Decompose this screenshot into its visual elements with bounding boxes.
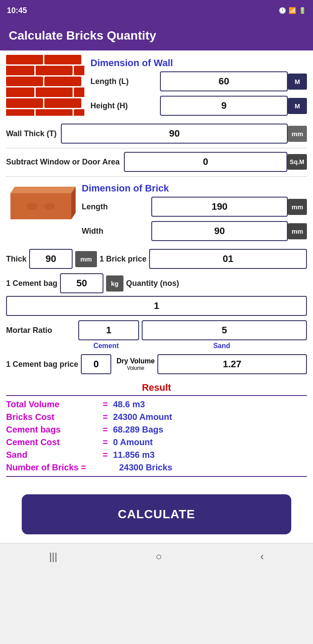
result-row-1: Bricks Cost = 24300 Amount	[6, 412, 307, 422]
svg-rect-7	[6, 87, 34, 97]
result-value-5: 24300 Bricks	[119, 463, 172, 473]
svg-rect-3	[36, 66, 73, 75]
qty-label: Quantity (nos)	[126, 279, 179, 288]
brick-length-unit: mm	[288, 199, 307, 215]
cement-bag-unit: kg	[106, 275, 123, 292]
result-row-5: Number of Bricks = 24300 Bricks	[6, 463, 307, 473]
result-equals-2: =	[97, 425, 113, 435]
result-label-1: Bricks Cost	[6, 412, 97, 422]
brick-price-input[interactable]	[149, 249, 307, 269]
wall-thick-row: Wall Thick (T) mm	[6, 124, 307, 144]
svg-rect-5	[6, 77, 43, 86]
brick-thick-unit: mm	[75, 251, 97, 267]
wall-thick-input[interactable]	[61, 124, 288, 144]
result-label-3: Cement Cost	[6, 437, 97, 447]
result-value-1: 24300 Amount	[113, 412, 172, 422]
result-label-2: Cement bags	[6, 425, 97, 435]
brick-thick-input[interactable]	[29, 249, 73, 269]
wall-image	[6, 55, 84, 116]
wall-section-title: Dimension of Wall	[90, 55, 307, 71]
main-content: Dimension of Wall Length (L) M Height (H…	[0, 50, 313, 481]
length-row: Length (L) M	[90, 71, 307, 91]
thick-unit: mm	[288, 126, 307, 142]
status-bar: 10:45 🕐 📶 🔋	[0, 0, 313, 21]
page-header: Calculate Bricks Quantity	[0, 21, 313, 50]
svg-rect-11	[44, 98, 81, 108]
height-unit: M	[288, 98, 307, 114]
subtract-unit: Sq.M	[287, 154, 307, 170]
mortar-row: Mortar Ratio	[6, 320, 307, 340]
result-label-0: Total Volume	[6, 399, 97, 409]
dimension-wall-fields: Dimension of Wall Length (L) M Height (H…	[90, 55, 307, 120]
brick-dimension-fields: Dimension of Brick Length mm Width mm	[82, 180, 307, 245]
dry-volume-text: Dry Volume	[117, 357, 155, 365]
nav-home-icon[interactable]: ○	[156, 550, 162, 563]
time: 10:45	[7, 6, 27, 15]
cement-label: Cement	[76, 342, 137, 350]
svg-point-19	[44, 203, 55, 210]
result-row-2: Cement bags = 68.289 Bags	[6, 425, 307, 435]
calculate-button[interactable]: CALCULATE	[22, 494, 291, 534]
svg-rect-1	[44, 55, 81, 64]
subtract-input[interactable]	[124, 152, 287, 172]
mortar-cement-input[interactable]	[78, 320, 139, 340]
signal-icon: 📶	[289, 7, 296, 14]
mortar-sand-input[interactable]	[142, 320, 307, 340]
result-value-0: 48.6 m3	[113, 399, 145, 409]
cement-bag-label: 1 Cement bag	[6, 279, 57, 288]
wall-section: Dimension of Wall Length (L) M Height (H…	[6, 55, 307, 120]
nav-menu-icon[interactable]: |||	[49, 550, 57, 563]
svg-rect-13	[36, 109, 73, 116]
nav-back-icon[interactable]: ‹	[260, 550, 264, 563]
svg-rect-14	[74, 109, 84, 116]
result-label-5: Number of Bricks =	[6, 463, 119, 473]
svg-rect-12	[6, 109, 34, 116]
result-value-4: 11.856 m3	[113, 450, 155, 460]
cement-bag-input[interactable]	[60, 273, 103, 293]
svg-marker-15	[10, 193, 71, 219]
svg-rect-10	[6, 98, 43, 108]
dry-volume-label: Dry Volume Volume	[117, 357, 155, 371]
svg-rect-4	[74, 66, 84, 75]
svg-marker-16	[10, 187, 76, 193]
thick-price-row: Thick mm 1 Brick price	[6, 249, 307, 269]
mortar-labels: Cement Sand	[6, 342, 307, 350]
svg-rect-9	[74, 87, 84, 97]
sand-label: Sand	[137, 342, 307, 350]
brick-length-input[interactable]	[151, 197, 288, 217]
brick-length-label: Length	[82, 202, 151, 211]
result-section: Result Total Volume = 48.6 m3 Bricks Cos…	[6, 379, 307, 477]
result-title: Result	[6, 379, 307, 395]
brick-price-label: 1 Brick price	[100, 255, 147, 264]
subtract-row: Subtract Window or Door Area Sq.M	[6, 152, 307, 172]
dry-volume-input[interactable]	[157, 354, 307, 374]
alarm-icon: 🕐	[279, 7, 286, 14]
nav-bar: ||| ○ ‹	[0, 543, 313, 570]
brick-width-row: Width mm	[82, 221, 307, 241]
thick-label: Wall Thick (T)	[6, 129, 61, 138]
height-label: Height (H)	[90, 101, 160, 111]
length-label: Length (L)	[90, 77, 160, 86]
length-unit: M	[288, 74, 307, 90]
height-row: Height (H) M	[90, 96, 307, 116]
height-input[interactable]	[160, 96, 288, 116]
svg-rect-0	[6, 55, 43, 64]
result-row-4: Sand = 11.856 m3	[6, 450, 307, 460]
brick-width-label: Width	[82, 227, 151, 236]
length-input[interactable]	[160, 71, 288, 91]
cement-bag-row: 1 Cement bag kg Quantity (nos)	[6, 273, 307, 316]
result-row-3: Cement Cost = 0 Amount	[6, 437, 307, 447]
cement-price-input[interactable]	[81, 354, 111, 374]
result-value-2: 68.289 Bags	[113, 425, 163, 435]
result-label-4: Sand	[6, 450, 97, 460]
result-bottom-divider	[6, 476, 307, 477]
thick-row-label: Thick	[6, 255, 27, 264]
result-top-divider	[6, 395, 307, 396]
page-title: Calculate Bricks Quantity	[9, 29, 156, 42]
brick-width-input[interactable]	[151, 221, 288, 241]
volume-sub: Volume	[127, 365, 144, 371]
result-value-3: 0 Amount	[113, 437, 153, 447]
mortar-label: Mortar Ratio	[6, 326, 76, 335]
qty-input[interactable]	[6, 296, 307, 316]
result-equals-1: =	[97, 412, 113, 422]
